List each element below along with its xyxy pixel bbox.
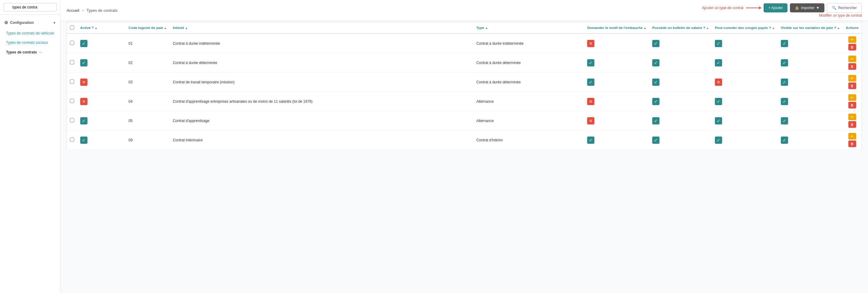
table-row: ✕04Contrat d'apprentisage entreprises ar… bbox=[67, 92, 862, 111]
possede-check-icon: ✓ bbox=[652, 137, 659, 144]
edit-button-4[interactable]: ✏ bbox=[848, 114, 856, 120]
search-button[interactable]: 🔍 Rechercher bbox=[827, 3, 862, 13]
cumuler-check-icon: ✓ bbox=[715, 137, 722, 144]
demander-x-icon: ✕ bbox=[587, 98, 594, 105]
cumuler-check-icon: ✓ bbox=[715, 117, 722, 124]
edit-button-3[interactable]: ✏ bbox=[848, 94, 856, 101]
edit-button-1[interactable]: ✏ bbox=[848, 56, 856, 62]
row-intitule-3: Contrat d'apprentisage entreprises artis… bbox=[170, 92, 473, 111]
annotation-add-text: Ajouter un type de contrat bbox=[702, 6, 743, 10]
gear-icon: ⚙ bbox=[4, 20, 8, 25]
row-type-3: Alternance bbox=[473, 92, 584, 111]
row-possede-0: ✓ bbox=[649, 34, 712, 53]
row-cumuler-4: ✓ bbox=[712, 111, 777, 131]
visible-check-icon: ✓ bbox=[781, 40, 788, 47]
add-button[interactable]: + Ajouter bbox=[764, 3, 788, 12]
sidebar-item-types-vehicule[interactable]: Types de contrats de véhicule bbox=[0, 29, 60, 38]
breadcrumb-home[interactable]: Accueil bbox=[67, 8, 79, 13]
row-checkbox-1[interactable] bbox=[70, 60, 74, 64]
sidebar-item-types-contrats[interactable]: Types de contrats ← bbox=[0, 47, 60, 58]
sidebar-nav: Types de contrats de véhicule Types de c… bbox=[0, 28, 60, 59]
row-demander-5: ✓ bbox=[584, 131, 649, 150]
row-possede-1: ✓ bbox=[649, 53, 712, 73]
possede-check-icon: ✓ bbox=[652, 117, 659, 124]
row-intitule-4: Contrat d'apprentisage bbox=[170, 111, 473, 131]
row-actions-2: ✏ 🗑 bbox=[843, 73, 862, 92]
th-active[interactable]: Activé ?▲ bbox=[77, 22, 126, 34]
th-possede[interactable]: Possède un bulletin de salaire ?▲ bbox=[649, 22, 712, 34]
annotation-modify: Modifier un type de contrat bbox=[819, 13, 862, 17]
table-row: ✓05Contrat d'apprentisageAlternance✕✓✓✓ … bbox=[67, 111, 862, 131]
configuration-label: Configuration bbox=[10, 21, 34, 25]
import-button[interactable]: 🔒 Importer ▼ bbox=[790, 3, 825, 12]
row-cumuler-2: ✕ bbox=[712, 73, 777, 92]
delete-button-5[interactable]: 🗑 bbox=[848, 141, 856, 147]
row-actions-4: ✏ 🗑 bbox=[843, 111, 862, 131]
edit-button-2[interactable]: ✏ bbox=[848, 75, 856, 81]
row-possede-2: ✓ bbox=[649, 73, 712, 92]
delete-button-4[interactable]: 🗑 bbox=[848, 121, 856, 128]
delete-button-3[interactable]: 🗑 bbox=[848, 102, 856, 108]
row-intitule-0: Contrat à durée indéterminée bbox=[170, 34, 473, 53]
row-demander-0: ✕ bbox=[584, 34, 649, 53]
row-possede-3: ✓ bbox=[649, 92, 712, 111]
th-cumuler[interactable]: Peut cumuler des congés payés ?▲ bbox=[712, 22, 777, 34]
row-actions-5: ✏ 🗑 bbox=[843, 131, 862, 150]
row-code-4: 05 bbox=[126, 111, 170, 131]
edit-button-0[interactable]: ✏ bbox=[848, 36, 856, 43]
active-x-icon: ✕ bbox=[80, 78, 88, 86]
active-check-icon: ✓ bbox=[80, 40, 88, 47]
visible-check-icon: ✓ bbox=[781, 78, 788, 86]
row-checkbox-cell bbox=[67, 131, 78, 150]
dropdown-icon: ▼ bbox=[816, 6, 819, 10]
row-visible-2: ✓ bbox=[778, 73, 843, 92]
th-check bbox=[67, 22, 78, 34]
row-checkbox-4[interactable] bbox=[70, 118, 74, 122]
table-row: ✓09Contrat intérimaireContrat d'intérim✓… bbox=[67, 131, 862, 150]
search-icon: 🔍 bbox=[832, 6, 837, 10]
sort-arrow-possede: ▲ bbox=[706, 27, 709, 30]
delete-button-0[interactable]: 🗑 bbox=[848, 44, 856, 50]
configuration-section[interactable]: ⚙ Configuration ▼ bbox=[0, 18, 60, 28]
sidebar-item-types-sociaux[interactable]: Types de contrats sociaux bbox=[0, 38, 60, 47]
edit-button-5[interactable]: ✏ bbox=[848, 133, 856, 140]
demander-x-icon: ✕ bbox=[587, 117, 594, 124]
delete-button-1[interactable]: 🗑 bbox=[848, 63, 856, 70]
sort-arrow-active: ▲ bbox=[95, 27, 97, 30]
row-possede-4: ✓ bbox=[649, 111, 712, 131]
breadcrumb-separator: > bbox=[82, 8, 84, 13]
row-active-1: ✓ bbox=[77, 53, 126, 73]
search-input[interactable] bbox=[4, 3, 57, 11]
demander-check-icon: ✓ bbox=[587, 137, 594, 144]
delete-button-2[interactable]: 🗑 bbox=[848, 82, 856, 89]
header: Accueil > Types de contrats Ajouter un t… bbox=[61, 0, 868, 21]
row-actions-1: ✏ 🗑 bbox=[843, 53, 862, 73]
th-code[interactable]: Code logiciel de paie▲ bbox=[126, 22, 170, 34]
select-all-checkbox[interactable] bbox=[70, 25, 74, 30]
cumuler-check-icon: ✓ bbox=[715, 40, 722, 47]
contracts-table: Activé ?▲ Code logiciel de paie▲ Intitul… bbox=[67, 22, 862, 150]
active-check-icon: ✓ bbox=[80, 59, 88, 67]
row-intitule-5: Contrat intérimaire bbox=[170, 131, 473, 150]
th-type[interactable]: Type▲ bbox=[473, 22, 584, 34]
th-intitule[interactable]: Intitulé▲ bbox=[170, 22, 473, 34]
visible-check-icon: ✓ bbox=[781, 98, 788, 105]
visible-check-icon: ✓ bbox=[781, 117, 788, 124]
row-active-4: ✓ bbox=[77, 111, 126, 131]
cumuler-check-icon: ✓ bbox=[715, 59, 722, 67]
th-demander[interactable]: Demander le motif de l'embauche▲ bbox=[584, 22, 649, 34]
table-row: ✓01Contrat à durée indéterminéeContrat à… bbox=[67, 34, 862, 53]
row-checkbox-2[interactable] bbox=[70, 79, 74, 84]
row-checkbox-5[interactable] bbox=[70, 138, 74, 142]
row-checkbox-3[interactable] bbox=[70, 99, 74, 103]
row-checkbox-0[interactable] bbox=[70, 41, 74, 45]
th-visible[interactable]: Visible sur les variables de paie ?▲ bbox=[778, 22, 843, 34]
row-visible-5: ✓ bbox=[778, 131, 843, 150]
row-visible-1: ✓ bbox=[778, 53, 843, 73]
row-code-1: 02 bbox=[126, 53, 170, 73]
row-demander-4: ✕ bbox=[584, 111, 649, 131]
sort-arrow-code: ▲ bbox=[164, 27, 167, 30]
row-checkbox-cell bbox=[67, 34, 78, 53]
row-cumuler-5: ✓ bbox=[712, 131, 777, 150]
lock-icon: 🔒 bbox=[795, 6, 799, 10]
